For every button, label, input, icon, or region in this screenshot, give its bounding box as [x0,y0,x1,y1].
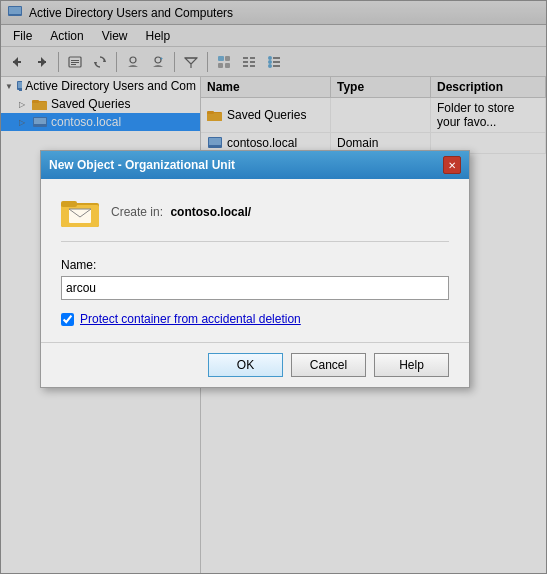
ok-button[interactable]: OK [208,353,283,377]
dialog-close-button[interactable]: ✕ [443,156,461,174]
ou-folder-icon [61,195,101,229]
new-ou-dialog: New Object - Organizational Unit ✕ Creat… [40,150,470,388]
name-field-group: Name: [61,258,449,300]
help-button[interactable]: Help [374,353,449,377]
name-label: Name: [61,258,449,272]
protect-container-row: Protect container from accidental deleti… [61,312,449,326]
create-in-value: contoso.local/ [170,205,251,219]
modal-overlay: New Object - Organizational Unit ✕ Creat… [0,0,547,574]
dialog-body: Create in: contoso.local/ Name: Protect … [41,179,469,342]
svg-rect-53 [61,201,77,207]
name-input[interactable] [61,276,449,300]
create-in-text: Create in: contoso.local/ [111,205,251,219]
create-in-label: Create in: [111,205,163,219]
dialog-title-bar: New Object - Organizational Unit ✕ [41,151,469,179]
create-in-row: Create in: contoso.local/ [61,195,449,242]
dialog-footer: OK Cancel Help [41,342,469,387]
protect-container-checkbox[interactable] [61,313,74,326]
dialog-title: New Object - Organizational Unit [49,158,235,172]
protect-container-label[interactable]: Protect container from accidental deleti… [80,312,301,326]
cancel-button[interactable]: Cancel [291,353,366,377]
